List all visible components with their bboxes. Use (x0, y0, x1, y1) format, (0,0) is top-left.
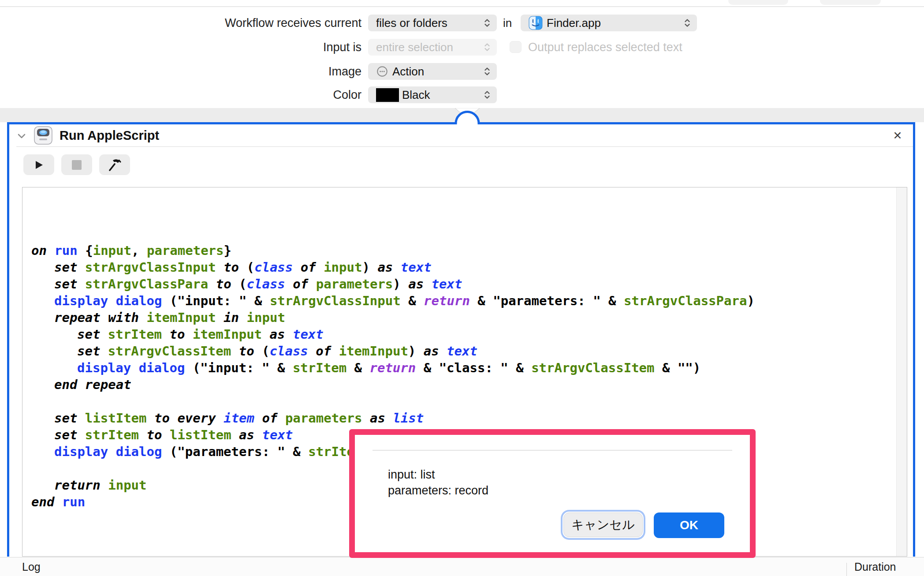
code-line: repeat with itemInput in input (31, 309, 907, 326)
automator-window: Workflow receives current files or folde… (0, 0, 924, 576)
hammer-icon (107, 157, 122, 172)
code-line: set strArgvClassInput to (class of input… (31, 259, 907, 276)
cancel-button[interactable]: キャンセル (563, 512, 643, 537)
action-connector-notch (0, 108, 924, 124)
workflow-type-dropdown[interactable]: files or folders (368, 15, 497, 31)
finder-app-icon (529, 16, 543, 30)
toolbar-divider (0, 6, 924, 7)
chevron-updown-icon (484, 41, 491, 53)
chevron-updown-icon (484, 66, 491, 77)
code-line: set listItem to every item of parameters… (31, 410, 907, 426)
footer-divider (846, 563, 847, 576)
log-menu[interactable]: Log (22, 557, 41, 576)
image-dropdown[interactable]: Action (368, 63, 497, 80)
action-title: Run AppleScript (60, 127, 159, 144)
code-line (31, 393, 907, 410)
chevron-updown-icon (684, 17, 691, 29)
toolbar-button-remnant (820, 0, 881, 5)
application-dropdown[interactable]: Finder.app (521, 15, 697, 31)
image-label: Image (0, 63, 361, 80)
output-replaces-checkbox-disabled (510, 41, 522, 53)
chevron-updown-icon (484, 89, 491, 101)
chevron-updown-icon (484, 17, 491, 29)
dialog-divider (373, 450, 732, 451)
play-icon (33, 159, 45, 171)
color-swatch-black (376, 88, 399, 102)
workflow-receives-label: Workflow receives current (0, 15, 361, 31)
code-line: set strArgvClassItem to (class of itemIn… (31, 343, 907, 359)
code-line: set strItem to itemInput as text (31, 326, 907, 343)
dialog-message: input: listparameters: record (388, 467, 488, 498)
ok-button[interactable]: OK (654, 512, 724, 538)
input-is-dropdown-disabled: entire selection (368, 39, 497, 56)
action-image-icon (376, 65, 388, 78)
dialog-annotation-frame: input: listparameters: record キャンセル OK (349, 429, 756, 558)
log-bar: Log Duration (0, 557, 924, 576)
color-label: Color (0, 86, 361, 103)
code-line: display dialog ("input: " & strItem & re… (31, 359, 907, 376)
header-divider (16, 146, 913, 147)
duration-label: Duration (854, 557, 896, 576)
stop-script-button (61, 154, 92, 175)
collapse-chevron-icon[interactable] (15, 130, 28, 142)
color-dropdown[interactable]: Black (368, 86, 497, 103)
stop-icon (72, 160, 82, 170)
code-line: on run {input, parameters} (31, 242, 907, 259)
toolbar-button-remnant (728, 0, 788, 5)
close-icon[interactable]: ✕ (891, 129, 904, 142)
input-is-label: Input is (0, 39, 361, 56)
code-line: end repeat (31, 376, 907, 393)
code-line: display dialog ("input: " & strArgvClass… (31, 292, 907, 309)
run-script-button[interactable] (23, 154, 54, 175)
code-line: set strArgvClassPara to (class of parame… (31, 276, 907, 292)
run-applescript-icon (33, 126, 53, 145)
in-label: in (503, 15, 512, 31)
output-replaces-label: Output replaces selected text (528, 39, 682, 56)
editor-scrollbar-track[interactable] (896, 187, 907, 556)
compile-script-button[interactable] (99, 154, 130, 175)
